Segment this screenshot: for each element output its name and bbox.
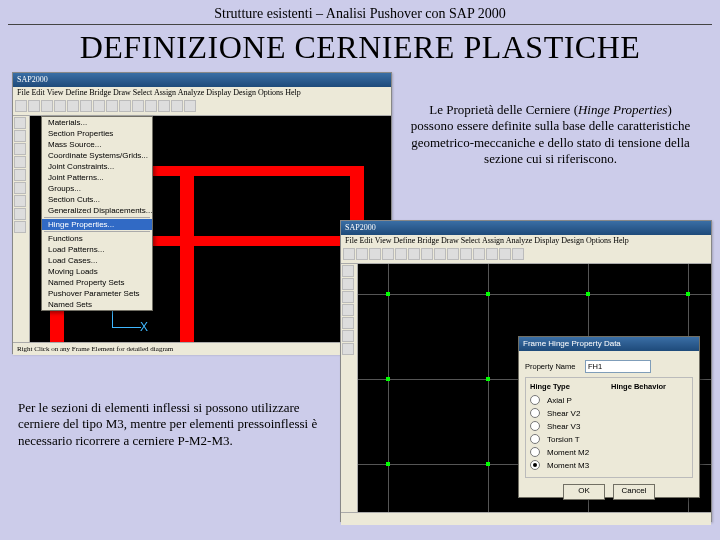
toolbar-button[interactable] bbox=[369, 248, 381, 260]
paragraph-hinge-properties: Le Proprietà delle Cerniere (Hinge Prope… bbox=[408, 102, 693, 167]
toolbar-button[interactable] bbox=[54, 100, 66, 112]
toolbar-button[interactable] bbox=[132, 100, 144, 112]
slide-body: SAP2000 File Edit View Define Bridge Dra… bbox=[0, 72, 720, 522]
menubar[interactable]: File Edit View Define Bridge Draw Select… bbox=[13, 87, 391, 99]
menu-item[interactable]: Materials... bbox=[42, 117, 152, 128]
menu-item[interactable]: Joint Constraints... bbox=[42, 161, 152, 172]
side-tool[interactable] bbox=[342, 343, 354, 355]
menu-separator bbox=[44, 231, 150, 232]
menu-item[interactable]: Named Property Sets bbox=[42, 277, 152, 288]
side-tool[interactable] bbox=[342, 265, 354, 277]
define-menu-dropdown[interactable]: Materials... Section Properties Mass Sou… bbox=[41, 116, 153, 311]
toolbar-button[interactable] bbox=[80, 100, 92, 112]
toolbar-button[interactable] bbox=[421, 248, 433, 260]
toolbar-button[interactable] bbox=[15, 100, 27, 112]
toolbar-button[interactable] bbox=[158, 100, 170, 112]
side-tool[interactable] bbox=[342, 304, 354, 316]
property-name-label: Property Name bbox=[525, 362, 581, 371]
side-tool[interactable] bbox=[14, 221, 26, 233]
toolbar-button[interactable] bbox=[106, 100, 118, 112]
menu-item[interactable]: Mass Source... bbox=[42, 139, 152, 150]
toolbar-button[interactable] bbox=[171, 100, 183, 112]
side-tool[interactable] bbox=[14, 130, 26, 142]
toolbar-button[interactable] bbox=[343, 248, 355, 260]
menu-item[interactable]: Functions bbox=[42, 233, 152, 244]
side-tool[interactable] bbox=[14, 182, 26, 194]
radio-icon[interactable] bbox=[530, 434, 540, 444]
cancel-button[interactable]: Cancel bbox=[613, 484, 655, 500]
toolbar-button[interactable] bbox=[460, 248, 472, 260]
menu-item[interactable]: Generalized Displacements... bbox=[42, 205, 152, 216]
menu-item[interactable]: Coordinate Systems/Grids... bbox=[42, 150, 152, 161]
slide-header: Strutture esistenti – Analisi Pushover c… bbox=[0, 0, 720, 24]
side-tool[interactable] bbox=[14, 156, 26, 168]
option-row[interactable]: Shear V3 bbox=[530, 421, 688, 431]
option-row[interactable]: Shear V2 bbox=[530, 408, 688, 418]
hinge-type-header: Hinge Type bbox=[530, 382, 607, 391]
side-toolbar[interactable] bbox=[341, 264, 358, 512]
side-toolbar[interactable] bbox=[13, 116, 30, 342]
side-tool[interactable] bbox=[14, 195, 26, 207]
menu-item[interactable]: Section Cuts... bbox=[42, 194, 152, 205]
toolbar-button[interactable] bbox=[382, 248, 394, 260]
side-tool[interactable] bbox=[342, 291, 354, 303]
option-row[interactable]: Torsion T bbox=[530, 434, 688, 444]
toolbar-button[interactable] bbox=[408, 248, 420, 260]
divider bbox=[8, 24, 712, 25]
side-tool[interactable] bbox=[14, 143, 26, 155]
side-tool[interactable] bbox=[342, 278, 354, 290]
option-label: Torsion T bbox=[547, 435, 580, 444]
radio-icon[interactable] bbox=[530, 421, 540, 431]
menu-item[interactable]: Pushover Parameter Sets bbox=[42, 288, 152, 299]
menu-item[interactable]: Joint Patterns... bbox=[42, 172, 152, 183]
toolbar-button[interactable] bbox=[512, 248, 524, 260]
menu-item[interactable]: Groups... bbox=[42, 183, 152, 194]
toolbar-button[interactable] bbox=[447, 248, 459, 260]
slide-title: DEFINIZIONE CERNIERE PLASTICHE bbox=[0, 29, 720, 66]
radio-icon[interactable] bbox=[530, 447, 540, 457]
toolbar-button[interactable] bbox=[356, 248, 368, 260]
toolbar-button[interactable] bbox=[119, 100, 131, 112]
status-bar bbox=[341, 512, 711, 525]
toolbar-button[interactable] bbox=[434, 248, 446, 260]
toolbar-button[interactable] bbox=[145, 100, 157, 112]
menubar[interactable]: File Edit View Define Bridge Draw Select… bbox=[341, 235, 711, 247]
toolbar-button[interactable] bbox=[184, 100, 196, 112]
gridline bbox=[388, 264, 389, 512]
node bbox=[486, 462, 490, 466]
menu-item[interactable]: Section Properties bbox=[42, 128, 152, 139]
menu-item[interactable]: Named Sets bbox=[42, 299, 152, 310]
toolbar-button[interactable] bbox=[499, 248, 511, 260]
side-tool[interactable] bbox=[14, 169, 26, 181]
toolbar[interactable] bbox=[341, 247, 711, 264]
option-row[interactable]: Axial P bbox=[530, 395, 688, 405]
side-tool[interactable] bbox=[342, 330, 354, 342]
toolbar-button[interactable] bbox=[486, 248, 498, 260]
menu-item[interactable]: Load Patterns... bbox=[42, 244, 152, 255]
toolbar-button[interactable] bbox=[395, 248, 407, 260]
side-tool[interactable] bbox=[342, 317, 354, 329]
side-tool[interactable] bbox=[14, 117, 26, 129]
model-view[interactable]: Z X Frame Hinge Property Data Property N… bbox=[358, 264, 711, 512]
toolbar-button[interactable] bbox=[41, 100, 53, 112]
property-name-input[interactable]: FH1 bbox=[585, 360, 651, 373]
toolbar-button[interactable] bbox=[93, 100, 105, 112]
radio-icon[interactable] bbox=[530, 408, 540, 418]
option-row[interactable]: Moment M2 bbox=[530, 447, 688, 457]
option-label: Moment M2 bbox=[547, 448, 589, 457]
property-name-row: Property Name FH1 bbox=[525, 360, 693, 373]
menu-item[interactable]: Load Cases... bbox=[42, 255, 152, 266]
toolbar-button[interactable] bbox=[473, 248, 485, 260]
radio-icon[interactable] bbox=[530, 460, 540, 470]
ok-button[interactable]: OK bbox=[563, 484, 605, 500]
menu-item[interactable]: Moving Loads bbox=[42, 266, 152, 277]
toolbar-button[interactable] bbox=[28, 100, 40, 112]
radio-icon[interactable] bbox=[530, 395, 540, 405]
toolbar[interactable] bbox=[13, 99, 391, 116]
side-tool[interactable] bbox=[14, 208, 26, 220]
menu-item-hinge-properties[interactable]: Hinge Properties... bbox=[42, 219, 152, 230]
window-titlebar: SAP2000 bbox=[341, 221, 711, 235]
option-row[interactable]: Moment M3 bbox=[530, 460, 688, 470]
hinge-property-dialog[interactable]: Frame Hinge Property Data Property Name … bbox=[518, 336, 700, 498]
toolbar-button[interactable] bbox=[67, 100, 79, 112]
